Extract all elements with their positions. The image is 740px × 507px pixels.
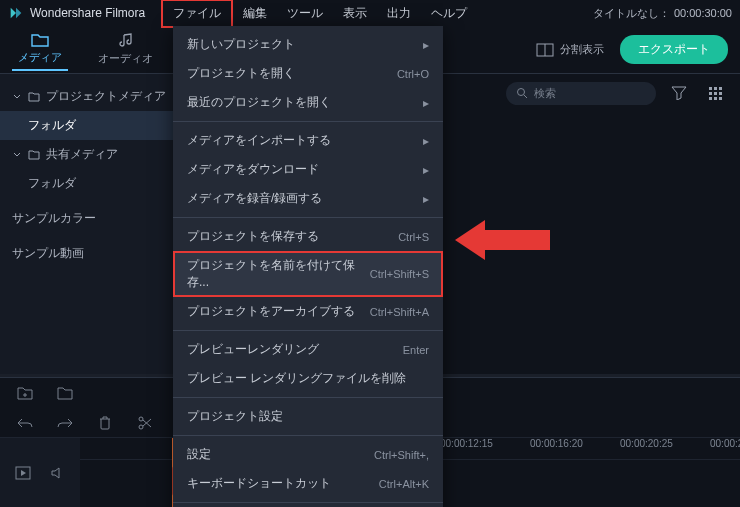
filter-button[interactable] — [666, 80, 692, 106]
menu-record-media[interactable]: メディアを録音/録画する▸ — [173, 184, 443, 213]
split-view-toggle[interactable]: 分割表示 — [536, 42, 604, 57]
tab-media[interactable]: メディア — [12, 28, 68, 71]
menu-edit[interactable]: 編集 — [233, 1, 277, 26]
menu-separator — [173, 330, 443, 331]
menu-item-label: プロジェクト設定 — [187, 408, 283, 425]
ruler-tick: 00:00:20:25 — [620, 438, 673, 449]
svg-rect-8 — [714, 92, 717, 95]
menu-item-label: プロジェクトをアーカイブする — [187, 303, 355, 320]
undo-button[interactable] — [12, 410, 38, 436]
sidebar-label: プロジェクトメディア — [46, 88, 166, 105]
menu-archive-project[interactable]: プロジェクトをアーカイブするCtrl+Shift+A — [173, 297, 443, 326]
menu-import-media[interactable]: メディアをインポートする▸ — [173, 126, 443, 155]
sidebar-label: 共有メディア — [46, 146, 118, 163]
trash-icon — [99, 416, 111, 430]
menu-item-label: 新しいプロジェクト — [187, 36, 295, 53]
search-placeholder: 検索 — [534, 86, 556, 101]
menu-shortcut: Ctrl+Alt+K — [379, 478, 429, 490]
folder-icon — [57, 386, 73, 400]
menu-tool[interactable]: ツール — [277, 1, 333, 26]
menu-item-label: 最近のプロジェクトを開く — [187, 94, 331, 111]
sidebar-label: フォルダ — [28, 175, 76, 192]
sidebar-item-project-media[interactable]: プロジェクトメディア — [0, 82, 180, 111]
svg-rect-11 — [714, 97, 717, 100]
folder-icon — [28, 92, 40, 102]
menu-project-settings[interactable]: プロジェクト設定 — [173, 402, 443, 431]
folder-icon — [31, 32, 49, 48]
add-folder-button[interactable] — [12, 380, 38, 406]
grid-view-button[interactable] — [702, 80, 728, 106]
menu-shortcut: Ctrl+S — [398, 231, 429, 243]
menu-help[interactable]: ヘルプ — [421, 1, 477, 26]
menu-save-project-as[interactable]: プロジェクトを名前を付けて保存...Ctrl+Shift+S — [173, 251, 443, 297]
project-title-label: タイトルなし — [593, 7, 659, 19]
svg-marker-13 — [455, 220, 550, 260]
filter-icon — [671, 86, 687, 100]
sidebar-item-shared-media[interactable]: 共有メディア — [0, 140, 180, 169]
music-icon — [117, 33, 135, 49]
menu-separator — [173, 121, 443, 122]
sidebar-item-sample-color[interactable]: サンプルカラー — [0, 204, 180, 233]
svg-rect-12 — [719, 97, 722, 100]
menu-item-label: メディアをダウンロード — [187, 161, 319, 178]
menu-output[interactable]: 出力 — [377, 1, 421, 26]
menu-item-label: キーボードショートカット — [187, 475, 331, 492]
chevron-down-icon — [12, 92, 22, 102]
menu-item-label: プロジェクトを名前を付けて保存... — [187, 257, 370, 291]
menu-item-label: プレビュー レンダリングファイルを削除 — [187, 370, 406, 387]
sidebar-item-folder-2[interactable]: フォルダ — [0, 169, 180, 198]
split-view-label: 分割表示 — [560, 42, 604, 57]
tab-audio-label: オーディオ — [98, 51, 153, 66]
menu-separator — [173, 435, 443, 436]
grid-icon — [708, 86, 722, 100]
menu-recent-projects[interactable]: 最近のプロジェクトを開く▸ — [173, 88, 443, 117]
delete-button[interactable] — [92, 410, 118, 436]
menu-shortcut: Ctrl+Shift+, — [374, 449, 429, 461]
cut-button[interactable] — [132, 410, 158, 436]
track-audio-button[interactable] — [44, 460, 70, 486]
menu-settings[interactable]: 設定Ctrl+Shift+, — [173, 440, 443, 469]
sidebar-label: サンプル動画 — [12, 245, 84, 262]
svg-rect-5 — [714, 87, 717, 90]
search-input[interactable]: 検索 — [506, 82, 656, 105]
menu-download-media[interactable]: メディアをダウンロード▸ — [173, 155, 443, 184]
redo-button[interactable] — [52, 410, 78, 436]
undo-icon — [17, 417, 33, 429]
menu-open-project[interactable]: プロジェクトを開くCtrl+O — [173, 59, 443, 88]
submenu-arrow-icon: ▸ — [423, 96, 429, 110]
svg-rect-9 — [719, 92, 722, 95]
menu-shortcut: Ctrl+Shift+S — [370, 268, 429, 280]
chevron-down-icon — [12, 150, 22, 160]
file-menu-dropdown: 新しいプロジェクト▸ プロジェクトを開くCtrl+O 最近のプロジェクトを開く▸… — [173, 26, 443, 507]
menu-new-project[interactable]: 新しいプロジェクト▸ — [173, 30, 443, 59]
sidebar-label: フォルダ — [28, 117, 76, 134]
menu-shortcut: Ctrl+Shift+A — [370, 306, 429, 318]
track-video-button[interactable] — [10, 460, 36, 486]
submenu-arrow-icon: ▸ — [423, 163, 429, 177]
menu-item-label: プロジェクトを保存する — [187, 228, 319, 245]
folder-button[interactable] — [52, 380, 78, 406]
menu-keyboard-shortcuts[interactable]: キーボードショートカットCtrl+Alt+K — [173, 469, 443, 498]
submenu-arrow-icon: ▸ — [423, 38, 429, 52]
menu-view[interactable]: 表示 — [333, 1, 377, 26]
sidebar: プロジェクトメディア フォルダ 共有メディア フォルダ サンプルカラー サンプル… — [0, 74, 180, 374]
menu-file[interactable]: ファイル — [161, 0, 233, 28]
app-logo-icon — [8, 5, 24, 21]
split-view-icon — [536, 43, 554, 57]
menu-save-project[interactable]: プロジェクトを保存するCtrl+S — [173, 222, 443, 251]
callout-arrow-icon — [455, 215, 555, 265]
menu-item-label: 設定 — [187, 446, 211, 463]
sidebar-item-sample-video[interactable]: サンプル動画 — [0, 239, 180, 268]
export-button[interactable]: エクスポート — [620, 35, 728, 64]
svg-point-2 — [518, 89, 525, 96]
svg-point-15 — [139, 417, 143, 421]
project-duration: 00:00:30:00 — [674, 7, 732, 19]
sidebar-item-folder[interactable]: フォルダ — [0, 111, 180, 140]
redo-icon — [57, 417, 73, 429]
menu-delete-preview[interactable]: プレビュー レンダリングファイルを削除 — [173, 364, 443, 393]
tab-audio[interactable]: オーディオ — [92, 29, 159, 70]
ruler-tick: 00:00:25:00 — [710, 438, 740, 449]
menu-item-label: プロジェクトを開く — [187, 65, 295, 82]
menu-preview-render[interactable]: プレビューレンダリングEnter — [173, 335, 443, 364]
svg-rect-4 — [709, 87, 712, 90]
